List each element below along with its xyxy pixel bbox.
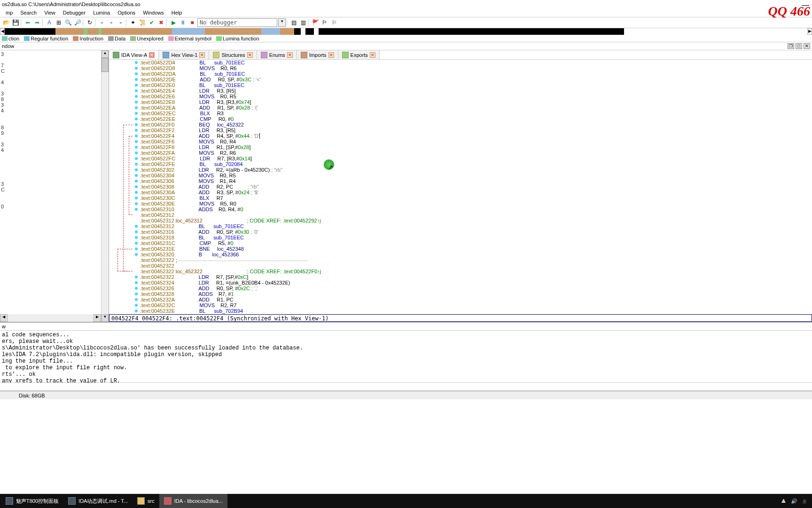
search-text-icon[interactable]: 🔎 bbox=[73, 18, 82, 27]
tab-label: Structures bbox=[221, 52, 245, 58]
star-icon[interactable]: ✦ bbox=[129, 18, 137, 27]
window-title: os2dlua.so C:\Users\Administrator\Deskto… bbox=[2, 1, 141, 7]
tool-icon[interactable]: ⊞ bbox=[55, 18, 63, 27]
nav-right-icon[interactable]: ▶ bbox=[807, 28, 812, 35]
toolbar: 📂 💾 ⬅ ➡ A ⊞ 🔍 🔎 ↻ ▫ ▫ ▫ ✦ 📜 ✔ ✖ ▶ ⏸ ■ No… bbox=[0, 17, 812, 28]
tray-icon[interactable]: ⯅ bbox=[781, 498, 786, 504]
menu-item[interactable]: Lumina bbox=[89, 9, 114, 16]
open-icon[interactable]: 📂 bbox=[2, 18, 10, 27]
ime-icon[interactable]: ㄓ bbox=[802, 498, 807, 505]
separator bbox=[287, 19, 289, 26]
restore-icon[interactable]: ❐ bbox=[788, 43, 794, 49]
code-area[interactable]: .text:004522D4 BL sub_701EEC.text:004522… bbox=[140, 60, 812, 314]
taskbar-item[interactable]: src bbox=[133, 494, 159, 508]
taskbar-label: IDA动态调试.md - T... bbox=[78, 498, 128, 505]
close-icon[interactable]: ✕ bbox=[370, 52, 375, 58]
close-icon[interactable]: ✕ bbox=[247, 52, 253, 58]
dropdown-icon[interactable]: ▾ bbox=[278, 18, 286, 27]
close-icon[interactable]: ✕ bbox=[199, 52, 205, 58]
navigation-band[interactable]: ◀ ▶ bbox=[0, 28, 812, 35]
tool-icon[interactable]: A bbox=[45, 18, 54, 27]
db-icon[interactable]: ▤ bbox=[289, 18, 298, 27]
taskbar-label: 魅声T800控制面板 bbox=[16, 498, 59, 505]
functions-list[interactable]: 37C4383489343C0 bbox=[0, 50, 101, 322]
flag-icon[interactable]: 🏳 bbox=[320, 18, 329, 27]
menu-item[interactable]: mp bbox=[2, 9, 16, 16]
folder-icon bbox=[137, 497, 145, 505]
script-icon[interactable]: 📜 bbox=[138, 18, 147, 27]
db-icon[interactable]: ▥ bbox=[299, 18, 307, 27]
tab-label: Enums bbox=[269, 52, 285, 58]
check-icon[interactable]: ✔ bbox=[148, 18, 156, 27]
box-icon[interactable]: ▫ bbox=[117, 18, 125, 27]
status-bar: Disk: 68GB bbox=[0, 391, 812, 399]
output-header-label: w bbox=[2, 324, 6, 329]
legend-item: Instruction bbox=[73, 36, 103, 41]
volume-icon[interactable]: 🔊 bbox=[791, 498, 797, 504]
close-icon[interactable]: ✕ bbox=[287, 52, 293, 58]
tab-imports[interactable]: Imports✕ bbox=[297, 50, 338, 59]
output-pane[interactable]: al code sequences... ers, please wait...… bbox=[0, 331, 812, 382]
taskbar-label: IDA - libcocos2dlua... bbox=[174, 498, 223, 504]
legend-item: Unexplored bbox=[130, 36, 163, 41]
taskbar-item[interactable]: IDA - libcocos2dlua... bbox=[159, 494, 227, 508]
run-icon[interactable]: ▶ bbox=[169, 18, 178, 27]
box-icon[interactable]: ▫ bbox=[107, 18, 116, 27]
tab-label: Hex View-1 bbox=[171, 52, 197, 58]
menu-item[interactable]: Search bbox=[16, 9, 40, 16]
system-tray: ⯅ 🔊 ㄓ bbox=[781, 498, 812, 505]
tab-icon bbox=[342, 52, 349, 58]
tab-enums[interactable]: Enums✕ bbox=[257, 50, 297, 59]
tab-icon bbox=[301, 52, 307, 58]
back-icon[interactable]: ⬅ bbox=[23, 18, 32, 27]
scroll-left-icon[interactable]: ◀ bbox=[0, 314, 8, 322]
gutter: ↓ ↓ bbox=[109, 60, 140, 314]
disassembly-view[interactable]: ↓ ↓ .text:004522D4 BL sub_701EEC.text:00… bbox=[109, 60, 812, 314]
vertical-scrollbar[interactable]: ▲ ▼ bbox=[101, 50, 109, 322]
tab-ida-view[interactable]: IDA View-A✕ bbox=[109, 50, 159, 59]
cross-icon[interactable]: ✖ bbox=[157, 18, 165, 27]
nav-left-icon[interactable]: ◀ bbox=[0, 28, 5, 35]
separator bbox=[166, 19, 168, 26]
menu-item[interactable]: Windows bbox=[139, 9, 168, 16]
menu-item[interactable]: View bbox=[40, 9, 59, 16]
separator bbox=[83, 19, 85, 26]
scroll-thumb[interactable] bbox=[102, 58, 109, 72]
scroll-right-icon[interactable]: ▶ bbox=[94, 314, 101, 322]
output-header: w bbox=[0, 323, 812, 331]
close-icon[interactable]: ✕ bbox=[328, 52, 334, 58]
debugger-select[interactable]: No debugger bbox=[197, 18, 277, 27]
pause-icon[interactable]: ⏸ bbox=[179, 18, 187, 27]
nav-strip[interactable] bbox=[5, 28, 807, 35]
flag-icon[interactable]: 🚩 bbox=[311, 18, 320, 27]
tab-icon bbox=[261, 52, 267, 58]
tab-label: Imports bbox=[309, 52, 327, 58]
box-icon[interactable]: ▫ bbox=[98, 18, 106, 27]
menu-item[interactable]: Options bbox=[114, 9, 139, 16]
taskbar-item[interactable]: IDA动态调试.md - T... bbox=[63, 494, 133, 508]
scroll-up-icon[interactable]: ▲ bbox=[102, 50, 109, 58]
tab-exports[interactable]: Exports✕ bbox=[338, 50, 380, 59]
tab-hex-view[interactable]: Hex View-1✕ bbox=[159, 50, 209, 59]
scroll-down-icon[interactable]: ▼ bbox=[102, 314, 109, 322]
legend-item: ction bbox=[2, 36, 19, 41]
flag-icon[interactable]: ⚐ bbox=[330, 18, 338, 27]
taskbar-item[interactable]: 魅声T800控制面板 bbox=[1, 494, 63, 508]
close-icon[interactable]: ✕ bbox=[149, 52, 155, 58]
app-icon bbox=[164, 497, 172, 505]
menu-bar: mp Search View Debugger Lumina Options W… bbox=[0, 8, 812, 17]
horizontal-scrollbar[interactable]: ◀ ▶ bbox=[0, 314, 101, 322]
menu-item[interactable]: Help bbox=[168, 9, 186, 16]
search-icon[interactable]: 🔍 bbox=[64, 18, 72, 27]
forward-icon[interactable]: ➡ bbox=[33, 18, 41, 27]
close-icon[interactable]: ✕ bbox=[804, 43, 810, 49]
save-icon[interactable]: 💾 bbox=[11, 18, 20, 27]
command-input[interactable] bbox=[0, 382, 812, 391]
tab-structures[interactable]: Structures✕ bbox=[209, 50, 257, 59]
menu-item[interactable]: Debugger bbox=[59, 9, 89, 16]
stop-icon[interactable]: ■ bbox=[188, 18, 196, 27]
refresh-icon[interactable]: ↻ bbox=[86, 18, 94, 27]
window-label: ndow bbox=[2, 43, 14, 49]
functions-sidebar: 37C4383489343C0 ▲ ▼ ◀ ▶ bbox=[0, 50, 109, 322]
maximize-icon[interactable]: □ bbox=[796, 43, 802, 49]
